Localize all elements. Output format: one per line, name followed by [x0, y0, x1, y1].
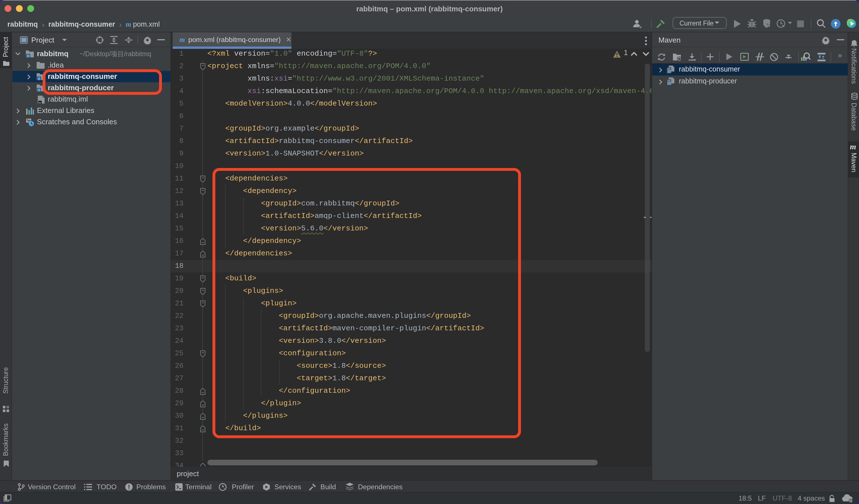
svg-text:m: m [667, 68, 672, 74]
svg-text:m: m [667, 80, 672, 86]
